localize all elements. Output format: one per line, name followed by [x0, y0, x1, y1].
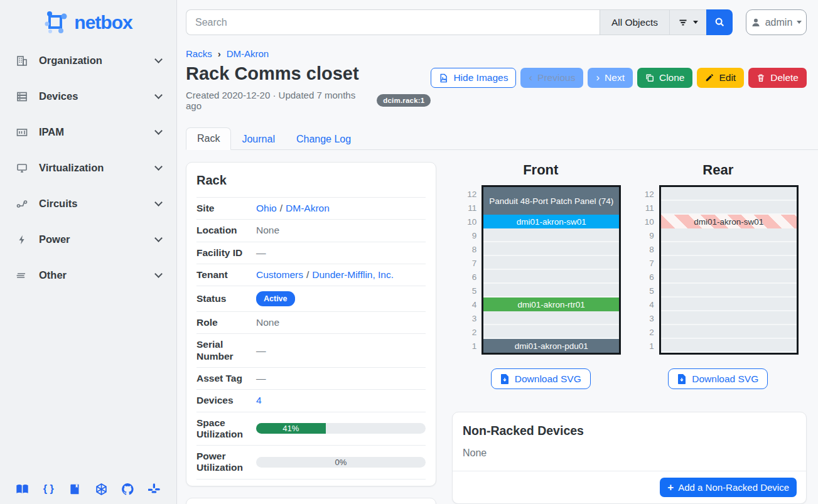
empty-rack-unit[interactable] [661, 242, 797, 256]
unit-label: 8 [638, 242, 654, 256]
panel-footer: + Add a Non-Racked Device [453, 471, 806, 503]
row-label: Devices [196, 395, 256, 406]
empty-rack-unit[interactable] [661, 256, 797, 270]
sidebar-item-label: Devices [39, 90, 156, 102]
table-row-role: Role None [196, 312, 426, 334]
next-button[interactable]: › Next [588, 68, 633, 88]
community-icon[interactable] [95, 482, 109, 496]
breadcrumb-racks[interactable]: Racks [186, 48, 212, 59]
rear-rack-diagram: dmi01-akron-sw01 [659, 185, 799, 355]
journal-icon[interactable] [68, 482, 82, 496]
search-input[interactable] [186, 9, 600, 35]
empty-rack-unit[interactable] [483, 228, 619, 242]
rack-device-rtr01[interactable]: dmi01-akron-rtr01 [483, 298, 619, 311]
rack-device-pdu01[interactable]: dmi01-akron-pdu01 [483, 339, 619, 353]
empty-rack-unit[interactable] [661, 187, 797, 201]
sidebar-item-devices[interactable]: Devices [15, 83, 165, 109]
empty-rack-unit[interactable] [483, 256, 619, 270]
sidebar-item-organization[interactable]: Organization [15, 48, 165, 73]
slack-icon[interactable] [148, 482, 161, 496]
delete-label: Delete [770, 72, 799, 83]
search-scope-label: All Objects [611, 17, 658, 28]
chevron-down-icon [154, 127, 163, 135]
search-submit-button[interactable] [706, 9, 733, 35]
sidebar-item-virtualization[interactable]: Virtualization [15, 155, 165, 181]
empty-rack-unit[interactable] [661, 201, 797, 215]
clone-button[interactable]: Clone [637, 68, 693, 88]
rack-elevations: Front 12 11 10 9 8 7 6 5 4 3 [452, 162, 807, 389]
empty-rack-unit[interactable] [483, 270, 619, 284]
logo-wordmark: netbox [74, 12, 132, 33]
chevron-down-icon [154, 270, 163, 278]
github-icon[interactable] [121, 482, 135, 496]
empty-rack-unit[interactable] [483, 242, 619, 256]
devices-count-link[interactable]: 4 [256, 395, 262, 406]
empty-rack-unit[interactable] [661, 284, 797, 298]
empty-rack-unit[interactable] [661, 298, 797, 311]
empty-rack-unit[interactable] [661, 339, 797, 353]
empty-rack-unit[interactable] [661, 270, 797, 284]
search-scope-select[interactable]: All Objects [600, 9, 669, 35]
row-label: Site [196, 203, 256, 214]
sidebar-item-ipam[interactable]: IPAM [15, 119, 165, 145]
caret-down-icon [797, 21, 802, 24]
power-utilization-bar: 0% [256, 457, 426, 468]
facility-id-value: — [256, 247, 426, 259]
download-svg-rear-button[interactable]: Download SVG [668, 368, 768, 389]
breadcrumb-dm-akron[interactable]: DM-Akron [227, 48, 269, 59]
role-value: None [256, 317, 426, 328]
empty-rack-unit[interactable] [661, 311, 797, 325]
separator: / [306, 269, 309, 281]
separator: / [280, 203, 283, 214]
breadcrumb: Racks › DM-Akron [186, 48, 807, 59]
rack-device-sw01-front[interactable]: dmi01-akron-sw01 [483, 215, 619, 228]
main-content: All Objects admin Racks › [177, 0, 818, 504]
unit-label: 9 [638, 228, 654, 242]
site-link[interactable]: Ohio [256, 203, 277, 214]
sidebar-item-other[interactable]: Other [15, 262, 165, 288]
image-file-icon [439, 73, 448, 83]
add-non-racked-device-button[interactable]: + Add a Non-Racked Device [660, 478, 797, 497]
sidebar-item-label: Other [39, 269, 156, 281]
tenant-group-link[interactable]: Customers [256, 269, 303, 281]
rack-device-sw01-rear[interactable]: dmi01-akron-sw01 [661, 215, 797, 228]
row-label: Space Utilization [196, 417, 256, 441]
chevron-right-icon: › [218, 48, 221, 59]
row-label: Location [196, 225, 256, 236]
empty-rack-unit[interactable] [661, 228, 797, 242]
netbox-logo[interactable]: netbox [0, 9, 176, 36]
sidebar-item-label: Virtualization [39, 162, 156, 174]
search-filter-button[interactable] [669, 9, 706, 35]
sidebar-item-label: Organization [39, 55, 156, 67]
empty-rack-unit[interactable] [661, 325, 797, 339]
edit-button[interactable]: Edit [697, 68, 744, 88]
site-group-link[interactable]: DM-Akron [286, 203, 330, 214]
created-updated-text: Created 2020-12-20 · Updated 7 months ag… [186, 90, 372, 111]
row-label: Role [196, 317, 256, 328]
tab-change-log[interactable]: Change Log [286, 129, 362, 150]
tab-rack[interactable]: Rack [186, 127, 231, 150]
api-braces-icon[interactable]: { } [41, 482, 55, 496]
unit-label: 11 [460, 201, 476, 215]
table-row-facility-id: Facility ID — [196, 242, 426, 264]
sidebar-item-circuits[interactable]: Circuits [15, 191, 165, 217]
docs-icon[interactable] [15, 482, 29, 496]
empty-rack-unit[interactable] [483, 311, 619, 325]
sidebar-item-power[interactable]: Power [15, 227, 165, 252]
copy-icon [645, 73, 654, 82]
empty-rack-unit[interactable] [483, 284, 619, 298]
tab-journal[interactable]: Journal [231, 129, 285, 150]
unit-label: 7 [460, 256, 476, 270]
delete-button[interactable]: Delete [748, 68, 807, 88]
ip-address-icon [15, 126, 29, 139]
tenant-link[interactable]: Dunder-Mifflin, Inc. [312, 269, 394, 281]
previous-button[interactable]: ‹ Previous [520, 68, 583, 88]
rear-elevation: Rear 12 11 10 9 8 7 6 5 4 3 [630, 162, 807, 389]
empty-rack-unit[interactable] [483, 325, 619, 339]
trash-icon [756, 73, 765, 82]
hide-images-button[interactable]: Hide Images [431, 68, 516, 88]
rack-device-patch-panel[interactable]: Panduit 48-Port Patch Panel (74) [483, 187, 619, 215]
download-svg-front-button[interactable]: Download SVG [491, 368, 591, 389]
unit-label: 12 [460, 187, 476, 201]
user-menu-button[interactable]: admin [746, 9, 807, 35]
